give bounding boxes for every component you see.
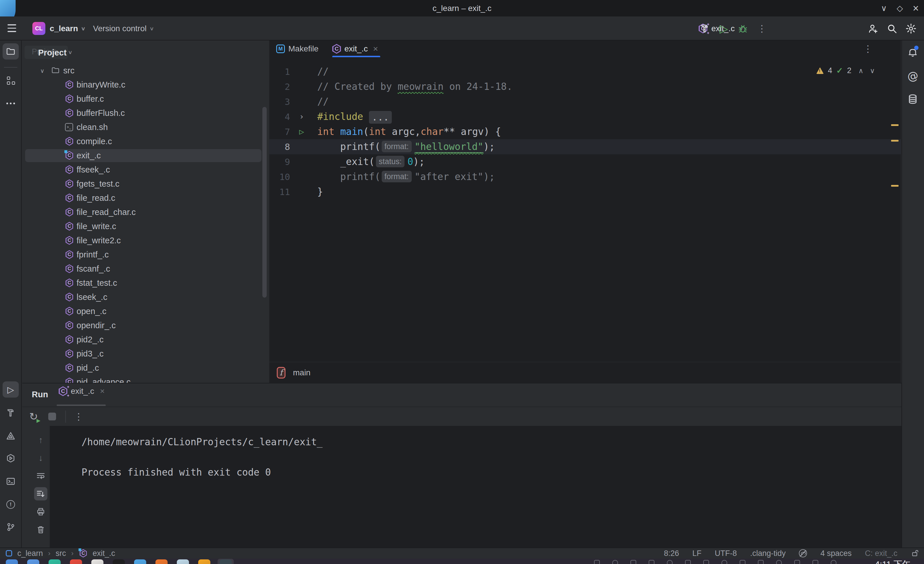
tray-icon-6[interactable] <box>703 560 709 564</box>
run-tool-button[interactable]: ▷ <box>3 381 19 398</box>
run-console[interactable]: /home/meowrain/CLionProjects/c_learn/exi… <box>50 426 902 548</box>
scroll-to-end-icon[interactable] <box>34 487 47 500</box>
soft-wrap-icon[interactable] <box>34 469 47 483</box>
services-tool-button[interactable] <box>3 450 19 466</box>
tree-row-fstat_test.c[interactable]: Cfstat_test.c <box>22 276 269 290</box>
problems-tool-button[interactable] <box>3 428 19 444</box>
tab-makefile[interactable]: M Makefile <box>276 40 318 57</box>
tree-row-compile.c[interactable]: Ccompile.c <box>22 134 269 148</box>
current-function-label[interactable]: main <box>293 368 310 377</box>
tree-row-open_.c[interactable]: Copen_.c <box>22 304 269 318</box>
tree-row-file_read.c[interactable]: Cfile_read.c <box>22 191 269 205</box>
taskbar-app-icon-9[interactable] <box>198 560 210 564</box>
run-button[interactable]: ▷ <box>714 16 733 40</box>
tray-icon-11[interactable] <box>794 560 800 564</box>
build-hammer-icon[interactable] <box>695 16 714 40</box>
project-panel-title[interactable]: Project <box>38 48 66 57</box>
tray-icon-7[interactable] <box>722 560 727 564</box>
taskbar-app-icon-0[interactable] <box>6 560 18 564</box>
tray-icon-0[interactable] <box>594 560 600 564</box>
tree-row-pid_advance.c[interactable]: Cpid_advance.c <box>22 375 269 383</box>
status-item-8-26[interactable]: 8:26 <box>664 549 679 558</box>
rerun-icon[interactable]: ↻▶ <box>29 411 38 423</box>
tree-row-pid_.c[interactable]: Cpid_.c <box>22 361 269 375</box>
maximize-button[interactable]: ◇ <box>897 3 903 13</box>
run-options-kebab-icon[interactable]: ⋮ <box>74 411 83 422</box>
tree-row-opendir_.c[interactable]: Copendir_.c <box>22 318 269 333</box>
tree-row-file_write2.c[interactable]: Cfile_write2.c <box>22 234 269 248</box>
breadcrumb-src[interactable]: src <box>56 549 66 558</box>
tree-scrollbar[interactable] <box>262 107 267 298</box>
more-tool-windows-icon[interactable] <box>3 95 19 111</box>
tree-row-pid3_.c[interactable]: Cpid3_.c <box>22 347 269 361</box>
tray-icon-10[interactable] <box>776 560 782 564</box>
settings-gear-icon[interactable] <box>902 16 921 40</box>
taskbar-app-icon-8[interactable] <box>177 560 189 564</box>
tray-icon-1[interactable] <box>612 560 618 564</box>
tab-exit-c[interactable]: C exit_.c × <box>332 40 380 57</box>
tree-row-pid2_.c[interactable]: Cpid2_.c <box>22 333 269 347</box>
taskbar-clock[interactable]: 4:11 下午 <box>875 558 911 564</box>
breadcrumb-project[interactable]: c_learn <box>17 549 43 558</box>
debug-bug-icon[interactable] <box>733 16 752 40</box>
stop-icon[interactable] <box>48 412 56 420</box>
taskbar-app-icon-2[interactable] <box>48 560 61 564</box>
taskbar-app-icon-10[interactable] <box>220 560 232 564</box>
tray-icon-5[interactable] <box>685 560 691 564</box>
chevron-down-icon[interactable]: ∨ <box>40 64 45 78</box>
taskbar-app-icon-1[interactable] <box>27 560 39 564</box>
status-item-4-spaces[interactable]: 4 spaces <box>820 549 852 558</box>
close-button[interactable]: × <box>913 2 919 15</box>
taskbar-app-icon-5[interactable] <box>112 560 125 564</box>
code-area[interactable]: 1//2// Created by meowrain on 24-1-18.3/… <box>269 64 901 200</box>
notifications-bell-icon[interactable] <box>906 46 920 59</box>
up-stacktrace-icon[interactable]: ↑ <box>34 434 47 447</box>
warning-stripe-mark[interactable] <box>891 124 898 126</box>
structure-tool-button[interactable] <box>3 73 19 89</box>
status-item-lf[interactable]: LF <box>692 549 702 558</box>
copilot-disabled-icon[interactable] <box>799 549 807 557</box>
status-breadcrumbs[interactable]: c_learn › src › C exit_.c <box>6 548 115 558</box>
tree-row-fgets_test.c[interactable]: Cfgets_test.c <box>22 177 269 191</box>
status-item-utf-8[interactable]: UTF-8 <box>715 549 737 558</box>
search-icon[interactable] <box>882 16 902 40</box>
database-icon[interactable] <box>906 93 920 106</box>
git-branch-icon[interactable] <box>3 519 19 535</box>
down-stacktrace-icon[interactable]: ↓ <box>34 452 47 465</box>
clear-trash-icon[interactable] <box>34 523 47 536</box>
warning-stripe-mark[interactable] <box>891 140 898 142</box>
tree-row-src[interactable]: ∨src <box>22 64 269 78</box>
warning-stripe-mark[interactable] <box>891 185 898 187</box>
print-icon[interactable] <box>34 505 47 518</box>
build-tool-button[interactable] <box>3 405 19 421</box>
tree-row-ffseek_.c[interactable]: Cffseek_.c <box>22 163 269 177</box>
taskbar-app-icon-7[interactable] <box>156 560 168 564</box>
ai-assistant-icon[interactable]: @ <box>906 69 920 82</box>
taskbar-app-icon-6[interactable] <box>134 560 146 564</box>
status-item--clang-tidy[interactable]: .clang-tidy <box>750 549 786 558</box>
minimize-button[interactable]: ∨ <box>881 3 887 13</box>
tree-row-fscanf_.c[interactable]: Cfscanf_.c <box>22 262 269 276</box>
tree-row-file_read_char.c[interactable]: Cfile_read_char.c <box>22 205 269 219</box>
tray-icon-13[interactable] <box>831 560 837 564</box>
tree-row-bufferFlush.c[interactable]: CbufferFlush.c <box>22 106 269 120</box>
status-item-c-exit-c[interactable]: C: exit_.c <box>865 549 897 558</box>
project-switcher[interactable]: c_learn∨ <box>50 16 86 40</box>
tray-icon-12[interactable] <box>813 560 818 564</box>
tray-icon-9[interactable] <box>758 560 764 564</box>
tray-icon-2[interactable] <box>630 560 636 564</box>
editor-options-kebab-icon[interactable]: ⋮ <box>863 44 873 54</box>
unlock-icon[interactable] <box>911 549 920 558</box>
version-control-menu[interactable]: Version control∨ <box>93 16 154 40</box>
run-gutter-icon[interactable]: ▷ <box>294 124 310 139</box>
project-tool-button[interactable] <box>3 44 19 60</box>
tree-row-clean.sh[interactable]: >_clean.sh <box>22 120 269 134</box>
tree-row-lseek_.c[interactable]: Clseek_.c <box>22 290 269 304</box>
tree-row-binaryWrite.c[interactable]: CbinaryWrite.c <box>22 78 269 92</box>
tray-icon-8[interactable] <box>740 560 746 564</box>
tree-row-fprintf_.c[interactable]: Cfprintf_.c <box>22 248 269 262</box>
tree-row-exit_.c[interactable]: Cexit_.c <box>22 148 269 163</box>
taskbar-app-icon-3[interactable] <box>70 560 82 564</box>
inspections-tool-button[interactable]: ! <box>3 496 19 513</box>
tray-icon-3[interactable] <box>649 560 654 564</box>
